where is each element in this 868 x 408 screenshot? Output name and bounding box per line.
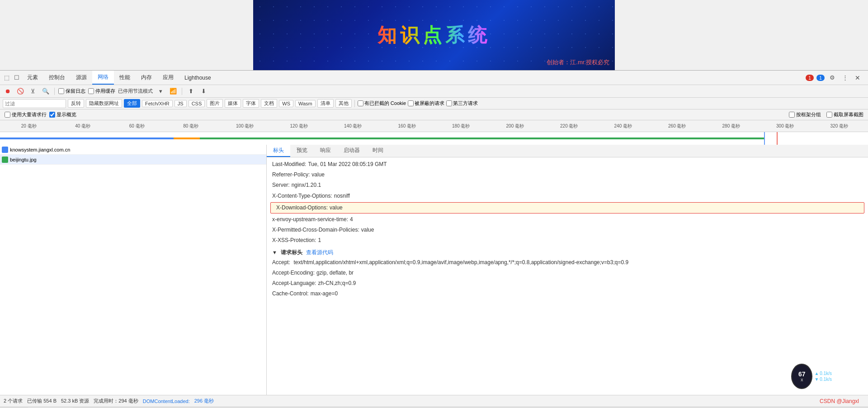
gauge-circle: 67 x: [791, 364, 812, 389]
filter-manifest-btn[interactable]: 清单: [317, 99, 334, 108]
filter-invert-btn[interactable]: 反转: [68, 99, 84, 108]
tl-80ms: 80 毫秒: [164, 123, 218, 129]
more-icon[interactable]: ⋮: [840, 73, 850, 83]
resp-header-xpcdp: X-Permitted-Cross-Domain-Policies: value: [267, 225, 868, 235]
req-header-accept-encoding: Accept-Encoding: gzip, deflate, br: [267, 268, 868, 278]
tab-elements[interactable]: 元素: [22, 71, 43, 85]
tl-100ms: 100 毫秒: [218, 123, 272, 129]
warning-badge: 1: [816, 75, 825, 81]
third-party-checkbox[interactable]: 第三方请求: [446, 100, 478, 107]
tl-200ms: 200 毫秒: [488, 123, 542, 129]
tl-240ms: 240 毫秒: [596, 123, 651, 129]
resource-size: 52.3 kB 资源: [61, 398, 89, 404]
close-devtools-icon[interactable]: ✕: [853, 73, 863, 83]
filter-icon[interactable]: ⊻: [28, 86, 38, 96]
request-name-0: knowsystem.jiangxl.com.cn: [0, 147, 266, 153]
blocked-cookies-checkbox[interactable]: 有已拦截的 Cookie: [358, 100, 406, 107]
detail-panel: 标头 预览 响应 启动器 时间 Last-Modified: Tue, 01 M…: [267, 145, 868, 395]
detail-tab-preview[interactable]: 预览: [290, 145, 314, 157]
export-icon[interactable]: ⬇: [198, 86, 208, 96]
clear-icon[interactable]: 🚫: [15, 86, 25, 96]
detail-tab-headers[interactable]: 标头: [267, 145, 290, 157]
screenshot-checkbox[interactable]: 截取屏幕截图: [826, 111, 863, 118]
detail-tab-response[interactable]: 响应: [314, 145, 337, 157]
tab-network[interactable]: 网络: [92, 71, 114, 85]
req-header-accept-language: Accept-Language: zh-CN,zh;q=0.9: [267, 278, 868, 289]
record-icon[interactable]: ⏺: [3, 86, 13, 96]
filter-font-btn[interactable]: 字体: [243, 99, 259, 108]
show-overview-checkbox[interactable]: 显示概览: [49, 111, 76, 118]
resp-header-xeust: x-envoy-upstream-service-time: 4: [267, 214, 868, 225]
req-header-cache-control: Cache-Control: max-age=0: [267, 289, 868, 299]
tab-console[interactable]: 控制台: [43, 71, 71, 85]
tl-220ms: 220 毫秒: [542, 123, 596, 129]
filter-ws-btn[interactable]: WS: [279, 100, 293, 107]
filter-input[interactable]: [3, 99, 66, 108]
filter-bar: 反转 隐藏数据网址 全部 Fetch/XHR JS CSS 图片 媒体 字体 文…: [0, 98, 868, 109]
wf-bar-doc: [0, 138, 174, 139]
tab-application[interactable]: 应用: [157, 71, 179, 85]
settings-icon[interactable]: ⚙: [827, 73, 837, 83]
wf-bar-img: [200, 138, 764, 139]
filter-css-btn[interactable]: CSS: [189, 100, 205, 107]
group-by-frame-checkbox[interactable]: 按框架分组: [789, 111, 821, 118]
csdn-watermark: CSDN @Jiangxl: [820, 398, 859, 404]
wifi-icon[interactable]: 📶: [168, 86, 178, 96]
toolbar-divider-2: [182, 88, 182, 95]
tl-300ms: 300 毫秒: [758, 123, 812, 129]
doc-icon-0: [2, 147, 8, 153]
tl-260ms: 260 毫秒: [650, 123, 704, 129]
tl-40ms: 40 毫秒: [56, 123, 110, 129]
view-source-link[interactable]: 查看源代码: [306, 249, 333, 256]
filter-other-btn[interactable]: 其他: [335, 99, 352, 108]
filter-divider: [354, 100, 355, 107]
tab-memory[interactable]: 内存: [136, 71, 157, 85]
resp-header-xxss: X-XSS-Protection: 1: [267, 235, 868, 246]
filter-wasm-btn[interactable]: Wasm: [295, 100, 316, 107]
tab-performance[interactable]: 性能: [114, 71, 136, 85]
transferred-size: 已传输 554 B: [27, 398, 57, 404]
tab-lighthouse[interactable]: Lighthouse: [179, 71, 217, 85]
request-headers-section: ▼ 请求标头 查看源代码: [267, 246, 868, 257]
preserve-log-checkbox[interactable]: 保留日志: [58, 88, 85, 95]
filter-img-btn[interactable]: 图片: [207, 99, 223, 108]
filter-hide-data-url-btn[interactable]: 隐藏数据网址: [86, 99, 122, 108]
blocked-requests-checkbox[interactable]: 被屏蔽的请求: [408, 100, 444, 107]
throttle-label: 已停用节流模式: [118, 88, 153, 95]
download-speed: ▼0.1k/s: [814, 377, 832, 382]
filter-doc-btn[interactable]: 文档: [261, 99, 277, 108]
device-icon[interactable]: ☐: [12, 73, 22, 83]
banner: 知识点系统 创始者：江.mr.授权必究: [253, 0, 615, 70]
tl-160ms: 160 毫秒: [380, 123, 434, 129]
search-icon[interactable]: 🔍: [41, 86, 51, 96]
tab-sources[interactable]: 源源: [71, 71, 92, 85]
resp-header-xcto: X-Content-Type-Options: nosniff: [267, 191, 868, 201]
request-count: 2 个请求: [4, 398, 23, 404]
tl-20ms: 20 毫秒: [2, 123, 56, 129]
detail-tab-initiator[interactable]: 启动器: [337, 145, 366, 157]
detail-tab-bar: 标头 预览 响应 启动器 时间: [267, 145, 868, 157]
filter-all-btn[interactable]: 全部: [124, 99, 140, 108]
import-icon[interactable]: ⬆: [186, 86, 196, 96]
domcontentloaded-label[interactable]: DOMContentLoaded:: [143, 399, 190, 404]
request-row-1[interactable]: beijingtu.jpg: [0, 155, 266, 165]
cursor-icon[interactable]: ⬚: [2, 73, 12, 83]
timeline-row: 20 毫秒 40 毫秒 60 毫秒 80 毫秒 100 毫秒 120 毫秒 14…: [0, 120, 868, 132]
network-toolbar: ⏺ 🚫 ⊻ 🔍 保留日志 停用缓存 已停用节流模式 ▾ 📶 ⬆ ⬇: [0, 85, 868, 98]
throttle-dropdown-icon[interactable]: ▾: [156, 86, 165, 96]
img-icon-1: [2, 157, 8, 163]
tl-280ms: 280 毫秒: [704, 123, 759, 129]
large-rows-checkbox[interactable]: 使用大量请求行: [5, 111, 47, 118]
main-split: knowsystem.jiangxl.com.cn beijingtu.jpg …: [0, 145, 868, 395]
detail-tab-timing[interactable]: 时间: [366, 145, 390, 157]
toolbar-divider-1: [54, 88, 55, 95]
filter-media-btn[interactable]: 媒体: [225, 99, 241, 108]
disable-cache-checkbox[interactable]: 停用缓存: [88, 88, 115, 95]
resp-header-xdo-highlighted: X-Download-Options: value: [270, 202, 864, 213]
request-row-0[interactable]: knowsystem.jiangxl.com.cn: [0, 145, 266, 155]
banner-subtitle: 创始者：江.mr.授权必究: [547, 58, 609, 66]
filter-fetch-btn[interactable]: Fetch/XHR: [142, 100, 173, 107]
resp-header-referrer: Referrer-Policy: value: [267, 170, 868, 180]
speed-labels: ▲0.1k/s ▼0.1k/s: [814, 371, 832, 382]
filter-js-btn[interactable]: JS: [175, 100, 187, 107]
